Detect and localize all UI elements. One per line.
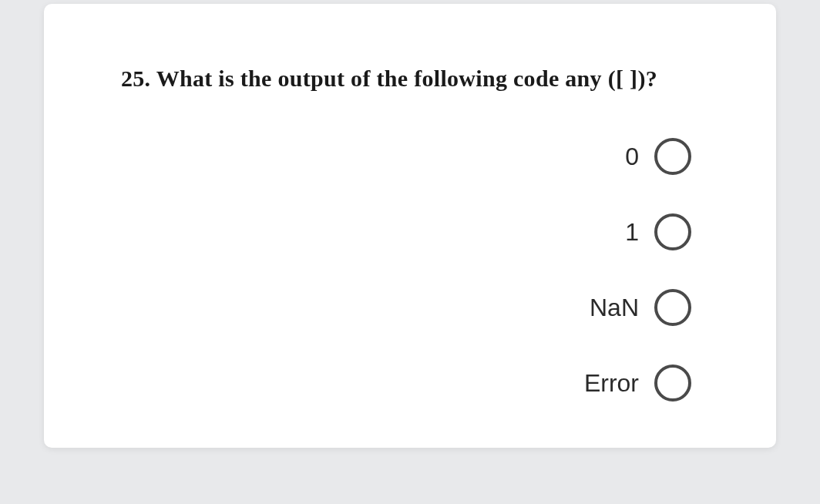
question-card: 25. What is the output of the following … [44, 4, 776, 448]
option-row: 0 [121, 138, 691, 175]
option-label-0: 0 [625, 143, 639, 171]
radio-option-nan[interactable] [654, 289, 691, 326]
radio-option-error[interactable] [654, 365, 691, 402]
option-label-error: Error [584, 369, 639, 398]
option-row: Error [121, 365, 691, 402]
radio-option-1[interactable] [654, 213, 691, 250]
option-label-nan: NaN [590, 294, 639, 322]
option-row: NaN [121, 289, 691, 326]
option-row: 1 [121, 213, 691, 250]
option-label-1: 1 [625, 218, 639, 247]
question-number: 25. [121, 66, 150, 91]
radio-option-0[interactable] [654, 138, 691, 175]
question-body: What is the output of the following code… [156, 66, 657, 91]
options-list: 0 1 NaN Error [121, 138, 699, 402]
question-text: 25. What is the output of the following … [121, 66, 699, 92]
